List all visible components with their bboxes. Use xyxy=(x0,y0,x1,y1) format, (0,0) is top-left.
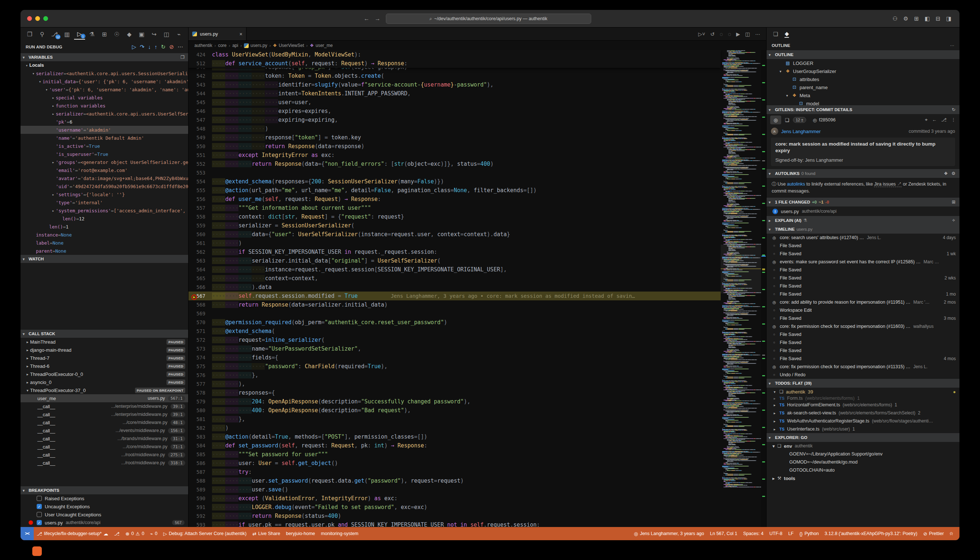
notifications-bell[interactable]: ⍾ xyxy=(947,531,956,537)
cursor-position[interactable]: Ln 567, Col 1 xyxy=(707,531,740,536)
outline-section-header[interactable]: ▾OUTLINE xyxy=(767,50,960,59)
todo-row[interactable]: ▸TSak-search-select-view.ts(web/src/elem… xyxy=(767,409,960,417)
todo-row[interactable]: ▾❏authentik39● xyxy=(767,388,960,396)
line-number-gutter[interactable]: 585 xyxy=(188,452,212,457)
autolinks-settings-icon[interactable]: ⚙ xyxy=(952,171,955,176)
continue-button[interactable]: ▷ xyxy=(132,43,137,50)
line-number-gutter[interactable]: 588 xyxy=(188,478,212,484)
variable-row[interactable]: ▾Locals xyxy=(20,61,188,69)
thread-row[interactable]: ▾ThreadPoolExecutor-37_0PAUSED ON BREAKP… xyxy=(20,386,188,394)
code-line[interactable]: 568········return Response(data=serializ… xyxy=(188,300,721,309)
remote-indicator[interactable]: >< xyxy=(20,527,34,540)
overview-ruler[interactable] xyxy=(761,50,766,527)
line-number-gutter[interactable]: 558 xyxy=(188,214,212,220)
timeline-item[interactable]: ○File Saved xyxy=(767,242,960,250)
line-number-gutter[interactable]: 549 xyxy=(188,135,212,140)
code-line[interactable]: 572········request=inline_serializer( xyxy=(188,335,721,344)
explain-ai-section-header[interactable]: ▸EXPLAIN (AI)⚗✧ xyxy=(767,216,960,225)
expand-icon[interactable]: ▾ xyxy=(24,63,29,67)
timeline-item[interactable]: ◎core: add ability to provide reason for… xyxy=(767,298,960,306)
line-number-gutter[interactable]: 566 xyxy=(188,284,212,290)
pin-icon[interactable]: ⌖ xyxy=(925,117,928,123)
expand-icon[interactable]: ▸ xyxy=(772,476,775,481)
line-number-gutter[interactable]: 579 xyxy=(188,398,212,405)
branch-icon[interactable]: ⎇ xyxy=(941,117,947,123)
timeline-item[interactable]: ○File Saved1 mo xyxy=(767,290,960,298)
line-number-gutter[interactable]: 553 xyxy=(188,170,212,176)
thread-row[interactable]: ▸Thread-7PAUSED xyxy=(20,354,188,362)
code-line[interactable]: 576············}, xyxy=(188,371,721,380)
code-line[interactable]: 574············fields={ xyxy=(188,353,721,362)
timeline-item[interactable]: ○File Saved2 wks xyxy=(767,274,960,282)
python-interpreter[interactable]: 3.12.8 ('authentik-xEAhpGPh-py3.12': Poe… xyxy=(822,531,920,536)
expand-icon[interactable]: ▾ xyxy=(772,443,775,449)
code-line[interactable]: 559········serializer = SessionUserSeria… xyxy=(188,221,721,230)
breakpoint-checkbox[interactable] xyxy=(37,496,42,501)
timeline-item[interactable]: ○File Saved xyxy=(767,266,960,274)
autolinks-link[interactable]: autolinks xyxy=(787,182,805,187)
variable-row[interactable]: 'avatar' = 'data:image/svg+xml;base64,PH… xyxy=(20,174,188,182)
code-line[interactable]: 548················) xyxy=(188,124,721,133)
gitlens-panel-icon[interactable]: ◆ xyxy=(785,30,789,38)
stack-frame-row[interactable]: user_meusers.py567:1 xyxy=(20,394,188,402)
line-number-gutter[interactable]: 545 xyxy=(188,99,212,105)
line-number-gutter[interactable]: 543 xyxy=(188,82,212,88)
source-control-icon[interactable]: ⎇12 xyxy=(49,28,60,40)
code-line[interactable]: 586········user: User = self.get_object(… xyxy=(188,459,721,468)
azure-icon[interactable]: ▣ xyxy=(136,28,147,40)
code-line[interactable]: 549················response["token"] = t… xyxy=(188,133,721,142)
toggle-sidebar-left-icon[interactable]: ◧ xyxy=(925,15,930,22)
gitlens-inspect-tab[interactable]: ◎ xyxy=(770,115,781,124)
gitlens-section-header[interactable]: ▾GITLENS: INSPECT: COMMIT DETAILS↻ xyxy=(767,105,960,114)
expand-icon[interactable]: ▸ xyxy=(51,104,56,108)
expand-icon[interactable]: ▸ xyxy=(25,356,30,360)
variable-row[interactable]: instance = None xyxy=(20,231,188,239)
encoding[interactable]: UTF-8 xyxy=(767,531,785,536)
minimize-window-button[interactable] xyxy=(35,16,40,21)
line-number-gutter[interactable]: 548 xyxy=(188,126,212,132)
expand-icon[interactable]: ▸ xyxy=(772,397,777,400)
code-line[interactable]: 575················"password": CharField… xyxy=(188,362,721,371)
code-line[interactable]: 573············name="UserPasswordSetSeri… xyxy=(188,344,721,353)
code-line[interactable]: 581········}, xyxy=(188,415,721,423)
language-mode[interactable]: {}Python xyxy=(797,531,822,537)
run-and-debug-icon[interactable]: ▷1 xyxy=(74,28,85,40)
timeline-item[interactable]: ◎core: fix permission check for scoped i… xyxy=(767,322,960,330)
live-share-status[interactable]: ⇄Live Share xyxy=(249,531,283,537)
expand-icon[interactable]: ▸ xyxy=(25,340,30,344)
todo-row[interactable]: ▸TSWebAuthnAuthenticatorRegisterStage.ts… xyxy=(767,417,960,425)
explorer-icon[interactable]: ❐ xyxy=(24,28,35,40)
back-icon[interactable]: ← xyxy=(932,117,937,123)
breakpoint-row[interactable]: ✓Uncaught Exceptions xyxy=(20,502,188,510)
code-line[interactable]: 565················context=context, xyxy=(188,274,721,283)
breadcrumb-item[interactable]: api xyxy=(232,43,238,48)
line-number-gutter[interactable]: 551 xyxy=(188,152,212,158)
step-over-button[interactable]: ↷ xyxy=(140,43,145,50)
line-number-gutter[interactable]: 574 xyxy=(188,355,212,360)
live-share-icon[interactable]: ↪ xyxy=(148,28,160,40)
todo-row[interactable]: ▸TSForm.ts(web/src/elements/forms)1 xyxy=(767,396,960,401)
stack-frame-row[interactable]: __call__.../enterprise/middleware.py39:1 xyxy=(20,402,188,410)
testing-icon[interactable]: ⚗ xyxy=(87,28,98,40)
variable-row[interactable]: ▸'system_permissions' = ['access_admin_i… xyxy=(20,207,188,215)
minimap[interactable] xyxy=(721,50,761,527)
outline-item[interactable]: ⊡parent_name xyxy=(767,83,960,91)
ports-icon[interactable]: ⌁ xyxy=(173,28,185,40)
workspace-beryjuio-home[interactable]: beryjuio-home xyxy=(283,531,318,536)
files-changed-section-header[interactable]: ▾1 FILE CHANGED+0~1-0⊞ xyxy=(767,198,960,207)
run-above-icon[interactable]: ◌ xyxy=(720,31,723,37)
go-env-row[interactable]: GOENV=~/Library/Application Support/go/e… xyxy=(767,450,960,458)
variable-row[interactable]: parent = None xyxy=(20,247,188,255)
breadcrumb-item[interactable]: authentik xyxy=(194,43,212,48)
variable-row[interactable]: 'name' = 'authentik Default Admin' xyxy=(20,134,188,142)
code-line[interactable]: 555····@action(url_path="me", url_name="… xyxy=(188,186,721,195)
code-line[interactable]: 566············).data xyxy=(188,283,721,292)
code-line[interactable]: 584····def set_password(self, request: R… xyxy=(188,441,721,450)
remote-explorer-icon[interactable]: ▥ xyxy=(62,28,73,40)
go-env-row[interactable]: GOMOD=~/dev/authentik/go.mod xyxy=(767,458,960,466)
line-number-gutter[interactable]: 547 xyxy=(188,117,212,123)
line-number-gutter[interactable]: 542 xyxy=(188,73,212,79)
line-number-gutter[interactable]: 580 xyxy=(188,407,212,413)
containers-icon[interactable]: ◫ xyxy=(161,28,172,40)
close-window-button[interactable] xyxy=(27,16,32,21)
